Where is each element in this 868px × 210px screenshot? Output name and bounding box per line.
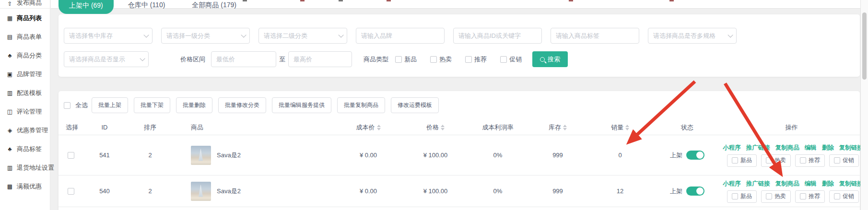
checkbox-label: 新品 [404, 55, 417, 64]
chevron-down-icon [140, 56, 145, 61]
checkbox[interactable] [430, 56, 437, 63]
cell-actions: 小程序 推广链接 复制商品 编辑 删除 复制链接 新品 热卖 推荐 促销 [723, 180, 860, 203]
sidebar-item-product-form[interactable]: 商品表单 [0, 27, 50, 46]
action-delete[interactable]: 删除 [822, 144, 834, 152]
tag-hot[interactable]: 热卖 [761, 190, 791, 203]
sidebar-item-coupon-manage[interactable]: 优惠券管理 [0, 121, 50, 140]
row-checkbox[interactable] [68, 188, 74, 195]
min-price-input[interactable] [211, 51, 276, 67]
status-toggle[interactable] [686, 187, 704, 196]
action-mini-program[interactable]: 小程序 [723, 180, 741, 188]
checkbox[interactable] [465, 56, 472, 63]
action-edit[interactable]: 编辑 [805, 180, 817, 188]
sidebar-item-label: 退货地址设置 [17, 163, 54, 172]
batch-copy-product-button[interactable]: 批量复制商品 [337, 97, 385, 113]
action-promo-link[interactable]: 推广链接 [746, 180, 770, 188]
tag-recommend[interactable]: 推荐 [795, 154, 825, 167]
action-copy-product[interactable]: 复制商品 [775, 180, 799, 188]
product-tag-input[interactable] [551, 28, 639, 44]
checkbox[interactable] [732, 193, 738, 199]
cell-stock: 999 [527, 187, 589, 195]
sidebar-item-label: 配送模板 [17, 89, 42, 97]
sort-cost[interactable] [377, 125, 381, 130]
action-copy-product[interactable]: 复制商品 [775, 144, 799, 152]
action-mini-program[interactable]: 小程序 [723, 144, 741, 152]
checkbox[interactable] [395, 56, 402, 63]
tag-promo[interactable]: 促销 [829, 154, 859, 167]
type-checkbox-hot[interactable]: 热卖 [430, 55, 452, 64]
product-form-icon [6, 34, 13, 40]
type-checkbox-recommend[interactable]: 推荐 [465, 55, 487, 64]
action-copy-link[interactable]: 复制链接 [839, 144, 863, 152]
type-checkbox-promo[interactable]: 促销 [500, 55, 522, 64]
to-label: 至 [279, 55, 285, 64]
scrollbar-thumb[interactable] [862, 12, 867, 80]
action-promo-link[interactable]: 推广链接 [746, 144, 770, 152]
sidebar-item-delivery-template[interactable]: 配送模板 [0, 83, 50, 102]
tag-new[interactable]: 新品 [727, 154, 757, 167]
action-delete[interactable]: 删除 [822, 180, 834, 188]
product-type-label: 商品类型 [364, 55, 388, 64]
search-button[interactable]: 搜索 [532, 51, 568, 67]
product-category-icon [6, 52, 13, 59]
brand-manage-icon [6, 71, 13, 78]
tag-hot[interactable]: 热卖 [761, 154, 791, 167]
sidebar-item-publish-product[interactable]: 发布商品 [0, 0, 50, 9]
col-stock: 库存 [527, 123, 589, 132]
sidebar-item-product-list[interactable]: 商品列表 [0, 9, 50, 27]
checkbox[interactable] [834, 157, 840, 163]
checkbox[interactable] [732, 157, 738, 163]
multi-spec-select[interactable]: 请选择商品是否多规格 [648, 28, 737, 44]
action-edit[interactable]: 编辑 [805, 144, 817, 152]
sidebar-item-label: 商品标签 [17, 145, 42, 153]
product-image [191, 146, 211, 165]
checkbox[interactable] [766, 193, 772, 199]
sidebar-item-full-discount[interactable]: 满额优惠 [0, 177, 50, 196]
edit-freight-template-button[interactable]: 修改运费模板 [391, 97, 439, 113]
sidebar-item-product-category[interactable]: 商品分类 [0, 46, 50, 65]
batch-off-sale-button[interactable]: 批量下架 [134, 97, 170, 113]
cell-price: ¥ 100.00 [402, 187, 469, 195]
type-checkbox-new[interactable]: 新品 [395, 55, 417, 64]
action-copy-link[interactable]: 复制链接 [839, 180, 863, 188]
checkbox[interactable] [766, 157, 772, 163]
sort-price[interactable] [441, 125, 445, 130]
max-price-input[interactable] [288, 51, 352, 67]
batch-delete-button[interactable]: 批量删除 [176, 97, 212, 113]
tab-on-sale[interactable]: 上架中 (69) [59, 0, 114, 14]
table-header: 选择 ID 排序 商品 成本价 价格 成本利润率 库存 销量 状态 操作 [59, 120, 860, 135]
checkbox[interactable] [800, 193, 806, 199]
product-name: Sava是2 [217, 151, 241, 160]
sort-stock[interactable] [563, 125, 567, 130]
tab-all-products[interactable]: 全部商品 (179) [185, 1, 243, 10]
select-all-checkbox[interactable] [64, 102, 70, 109]
sidebar-item-brand-manage[interactable]: 品牌管理 [0, 65, 50, 83]
tab-in-warehouse[interactable]: 仓库中 (110) [121, 1, 172, 10]
batch-edit-service-button[interactable]: 批量编辑服务提供 [272, 97, 331, 113]
checkbox[interactable] [800, 157, 806, 163]
status-label: 上架 [670, 151, 682, 160]
sidebar-item-product-tag[interactable]: 商品标签 [0, 140, 50, 158]
tag-new[interactable]: 新品 [727, 190, 757, 203]
level1-category-select[interactable]: 请选择一级分类 [161, 28, 250, 44]
level2-category-select[interactable]: 请选择二级分类 [258, 28, 347, 44]
batch-on-sale-button[interactable]: 批量上架 [92, 97, 128, 113]
tag-promo[interactable]: 促销 [829, 190, 859, 203]
checkbox[interactable] [834, 193, 840, 199]
batch-edit-category-button[interactable]: 批量修改分类 [218, 97, 266, 113]
sidebar-item-label: 发布商品 [17, 0, 42, 7]
sidebar-item-return-address[interactable]: 退货地址设置 [0, 158, 50, 177]
product-id-keyword-input[interactable] [453, 28, 542, 44]
checkbox[interactable] [500, 56, 507, 63]
stock-select[interactable]: 请选择售中库存 [64, 28, 152, 44]
display-select[interactable]: 请选择商品是否显示 [64, 51, 149, 67]
row-checkbox[interactable] [68, 152, 74, 159]
sidebar-item-review-manage[interactable]: 评论管理 [0, 102, 50, 121]
brand-input[interactable] [356, 28, 445, 44]
filter-card: 请选择售中库存 请选择一级分类 请选择二级分类 请选择商品是否多规格 请选择商品… [59, 14, 860, 77]
sidebar: 发布商品 商品列表 商品表单 商品分类 品牌管理 配送模板 评论管理 优惠券管 [0, 0, 50, 210]
status-toggle[interactable] [686, 151, 704, 160]
sort-sales[interactable] [625, 125, 629, 130]
tag-recommend[interactable]: 推荐 [795, 190, 825, 203]
return-address-icon [6, 164, 13, 171]
